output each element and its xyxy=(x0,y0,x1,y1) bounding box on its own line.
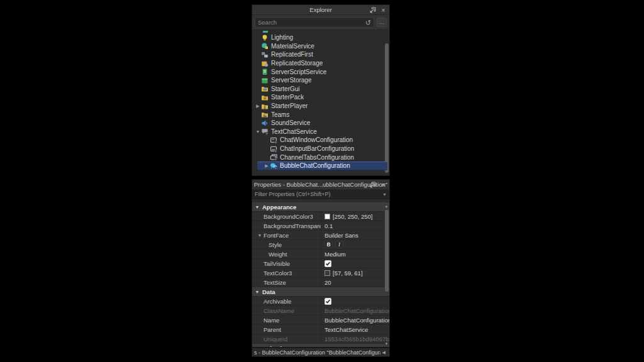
property-value[interactable]: 15534cf365b1bd94067b25... xyxy=(321,334,389,343)
tree-item-channeltabsconfiguration[interactable]: ChannelTabsConfiguration xyxy=(252,153,389,162)
search-field[interactable]: ↺ xyxy=(255,17,374,28)
tree-expanded-icon[interactable]: ▼ xyxy=(255,129,261,134)
explorer-search-row: ↺ ... xyxy=(252,15,389,30)
tree-item-chatwindowconfiguration[interactable]: ChatWindowConfiguration xyxy=(252,136,389,145)
property-name: BackgroundTranspare... xyxy=(264,222,321,229)
tree-collapsed-icon[interactable]: ▶ xyxy=(255,104,261,109)
color-swatch[interactable] xyxy=(325,270,330,276)
section-header-appearance[interactable]: ▼Appearance xyxy=(252,202,389,212)
italic-button[interactable]: I xyxy=(335,241,343,248)
property-value[interactable]: 0.1 xyxy=(321,221,389,230)
property-value[interactable]: Builder Sans xyxy=(321,231,389,239)
property-row-textcolor3: TextColor3[57, 59, 61] xyxy=(252,268,389,278)
tree-item-label: SoundService xyxy=(271,119,310,126)
property-name: Name xyxy=(264,317,279,324)
property-row-uniqueid: UniqueId15534cf365b1bd94067b25... xyxy=(252,334,389,344)
section-title: Behavior xyxy=(262,345,288,348)
property-text-value[interactable]: 20 xyxy=(325,279,331,286)
tree-item-teams[interactable]: Teams xyxy=(252,110,389,119)
property-name: FontFace xyxy=(264,232,289,239)
chat-window-config-icon xyxy=(270,136,277,144)
server-script-icon xyxy=(261,68,269,75)
tree-item-serverstorage[interactable]: ServerStorage xyxy=(252,76,389,85)
explorer-more-button[interactable]: ... xyxy=(377,18,387,27)
property-row-parent: ParentTextChatService xyxy=(252,325,389,334)
property-text-value[interactable]: 0.1 xyxy=(325,222,333,229)
explorer-titlebar[interactable]: Explorer × xyxy=(252,5,389,15)
property-text-value[interactable]: BubbleChatConfiguration xyxy=(325,317,389,324)
checkbox-checked[interactable] xyxy=(325,298,331,305)
tree-item-label: ChannelTabsConfiguration xyxy=(280,154,354,161)
section-title: Appearance xyxy=(262,204,296,211)
float-window-icon[interactable] xyxy=(369,182,376,189)
filter-properties-bar[interactable]: ▼ xyxy=(252,190,389,199)
property-name: TextColor3 xyxy=(264,270,292,277)
tree-item-bubblechatconfiguration[interactable]: ▶BubbleChatConfiguration xyxy=(257,162,387,170)
server-storage-icon xyxy=(261,77,269,84)
property-name: Style xyxy=(269,241,282,248)
material-service-icon xyxy=(261,42,269,50)
property-value[interactable]: 20 xyxy=(321,278,389,287)
tree-item-label: StarterPack xyxy=(271,94,304,101)
property-value[interactable]: BubbleChatConfiguration xyxy=(321,306,389,315)
section-expanded-icon[interactable]: ▼ xyxy=(252,205,262,209)
search-input[interactable] xyxy=(258,19,365,26)
tree-item-label: Lighting xyxy=(271,34,293,41)
properties-titlebar[interactable]: Properties - BubbleChat...ubbleChatConfi… xyxy=(252,180,389,190)
tree-item-materialservice[interactable]: MaterialService xyxy=(252,42,389,51)
starter-pack-icon xyxy=(261,94,269,101)
float-window-icon[interactable] xyxy=(369,7,376,14)
section-expanded-icon[interactable]: ▼ xyxy=(252,346,262,348)
close-icon[interactable]: × xyxy=(380,182,387,189)
property-text-value[interactable]: 15534cf365b1bd94067b25... xyxy=(325,336,389,343)
color-swatch[interactable] xyxy=(325,214,330,219)
properties-list: ▲ ▼ ▼AppearanceBackgroundColor3[250, 250… xyxy=(252,200,389,347)
text-chat-service-icon xyxy=(261,128,269,135)
scroll-down-icon[interactable]: ▼ xyxy=(384,341,389,346)
properties-scrollbar-thumb[interactable] xyxy=(385,210,389,292)
properties-panel: Properties - BubbleChat...ubbleChatConfi… xyxy=(252,179,390,348)
tree-item-label: StarterGui xyxy=(271,85,300,92)
status-bar-text: s - BubbleChatConfiguration "BubbleChatC… xyxy=(254,349,380,356)
property-value[interactable]: Medium xyxy=(321,250,389,258)
tree-item-starterplayer[interactable]: ▶StarterPlayer xyxy=(252,102,389,111)
property-value[interactable] xyxy=(321,259,389,268)
tree-item-chatinputbarconfiguration[interactable]: ChatInputBarConfiguration xyxy=(252,145,389,153)
section-title: Data xyxy=(262,288,275,295)
property-value[interactable]: [57, 59, 61] xyxy=(321,268,389,277)
tree-item-serverscriptservice[interactable]: ServerScriptService xyxy=(252,67,389,76)
property-value[interactable]: [250, 250, 250] xyxy=(321,212,389,221)
property-text-value[interactable]: TextChatService xyxy=(325,326,368,333)
tree-item-starterpack[interactable]: StarterPack xyxy=(252,93,389,102)
tree-item-textchatservice[interactable]: ▼TextChatService xyxy=(252,128,389,136)
property-value[interactable]: BubbleChatConfiguration xyxy=(321,315,389,324)
tree-item-startergui[interactable]: StarterGui xyxy=(252,85,389,94)
property-text-value[interactable]: Medium xyxy=(325,251,346,258)
close-icon[interactable]: × xyxy=(380,7,387,14)
filter-properties-input[interactable] xyxy=(255,191,382,197)
property-text-value[interactable]: BubbleChatConfiguration xyxy=(325,307,389,314)
tree-item-soundservice[interactable]: SoundService xyxy=(252,119,389,128)
scroll-up-icon[interactable]: ▲ xyxy=(384,203,389,209)
bold-button[interactable]: B xyxy=(325,241,333,248)
property-text-value[interactable]: Builder Sans xyxy=(325,232,358,239)
partially-visible-item-icon xyxy=(263,31,268,33)
tree-collapsed-icon[interactable]: ▶ xyxy=(264,163,270,168)
property-value[interactable] xyxy=(321,297,389,305)
property-value[interactable]: BI xyxy=(321,240,389,249)
checkbox-checked[interactable] xyxy=(325,260,331,267)
property-value[interactable]: TextChatService xyxy=(321,325,389,334)
property-expanded-icon[interactable]: ▼ xyxy=(256,233,264,238)
section-expanded-icon[interactable]: ▼ xyxy=(252,290,262,294)
section-header-data[interactable]: ▼Data xyxy=(252,287,389,297)
search-history-icon[interactable]: ↺ xyxy=(365,19,371,26)
color-value[interactable]: [57, 59, 61] xyxy=(333,270,363,277)
tree-item-replicatedfirst[interactable]: ReplicatedFirst xyxy=(252,50,389,59)
status-scroll-left-icon[interactable]: ◀ xyxy=(380,350,387,355)
tree-item-lighting[interactable]: Lighting xyxy=(252,33,389,42)
filter-dropdown-icon[interactable]: ▼ xyxy=(382,192,387,197)
tree-item-replicatedstorage[interactable]: ReplicatedStorage xyxy=(252,59,389,68)
tree-item-label: ServerScriptService xyxy=(271,69,326,75)
section-header-behavior[interactable]: ▼Behavior xyxy=(252,344,389,347)
color-value[interactable]: [250, 250, 250] xyxy=(333,213,372,220)
